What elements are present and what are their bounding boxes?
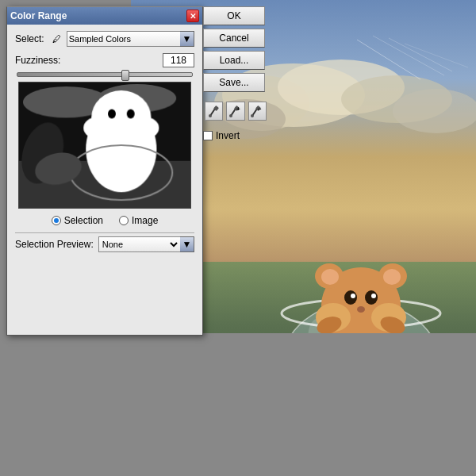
invert-label: Invert: [216, 130, 240, 141]
selection-radio-label[interactable]: Selection: [52, 215, 103, 226]
preview-dropdown-arrow-icon[interactable]: ▼: [180, 236, 194, 252]
fuzziness-slider-track[interactable]: [17, 72, 193, 77]
svg-point-19: [344, 290, 357, 305]
selection-preview-label: Selection Preview:: [15, 239, 94, 250]
selection-radio[interactable]: [52, 216, 61, 225]
svg-point-35: [229, 114, 232, 117]
ok-button[interactable]: OK: [203, 6, 265, 25]
svg-text:+: +: [236, 106, 240, 113]
image-label: Image: [132, 215, 158, 226]
svg-line-8: [389, 38, 452, 71]
select-row: Select: 🖊 Sampled Colors ▼: [15, 31, 194, 47]
eyedropper-sample-button[interactable]: [205, 102, 223, 121]
dropdown-arrow-icon[interactable]: ▼: [180, 31, 194, 47]
selection-label: Selection: [64, 215, 103, 226]
buttons-panel: OK Cancel Load... Save... + −: [203, 6, 267, 141]
close-icon: ✕: [190, 12, 196, 21]
preview-canvas: [18, 82, 191, 209]
eyedropper-add-icon: +: [229, 105, 242, 117]
color-range-dialog: Color Range ✕ Select: 🖊 Sampled Colors ▼…: [6, 6, 203, 336]
cancel-button[interactable]: Cancel: [203, 29, 265, 48]
save-button[interactable]: Save...: [203, 73, 265, 92]
svg-point-25: [321, 269, 339, 285]
select-label: Select:: [15, 33, 44, 44]
dialog-title: Color Range: [10, 10, 67, 21]
close-button[interactable]: ✕: [186, 10, 199, 22]
svg-point-21: [351, 294, 355, 298]
svg-point-32: [209, 114, 212, 117]
svg-point-39: [251, 114, 254, 117]
image-radio-label[interactable]: Image: [119, 215, 158, 226]
eyedropper-tools: + −: [203, 102, 267, 121]
selection-preview-select[interactable]: None Grayscale Black Matte White Matte Q…: [98, 236, 180, 252]
svg-text:−: −: [258, 106, 262, 113]
svg-point-22: [371, 294, 376, 298]
invert-row: Invert: [203, 130, 267, 141]
dialog-title-bar: Color Range ✕: [7, 7, 202, 25]
select-wrapper: Sampled Colors ▼: [67, 31, 194, 47]
view-mode-row: Selection Image: [15, 215, 194, 226]
divider: [15, 232, 194, 233]
svg-point-5: [393, 89, 476, 133]
eyedropper-subtract-icon: −: [251, 105, 263, 117]
slider-container: [15, 72, 194, 77]
fuzziness-label: Fuzziness:: [15, 55, 163, 66]
fuzziness-slider-thumb[interactable]: [121, 70, 129, 81]
canvas-bottom: [131, 333, 476, 476]
invert-checkbox[interactable]: [203, 131, 213, 140]
selection-preview-row: Selection Preview: None Grayscale Black …: [15, 236, 194, 252]
svg-line-9: [405, 44, 468, 67]
eyedropper-sample-icon: [209, 105, 220, 117]
fuzziness-row: Fuzziness:: [15, 53, 194, 67]
svg-point-20: [365, 290, 378, 305]
select-dropdown[interactable]: Sampled Colors: [67, 31, 180, 47]
dialog-body: Select: 🖊 Sampled Colors ▼ Fuzziness:: [7, 25, 202, 259]
eyedropper-add-button[interactable]: +: [226, 102, 244, 121]
image-radio[interactable]: [119, 216, 129, 225]
svg-point-23: [357, 306, 365, 313]
eyedropper-icon: 🖊: [51, 33, 63, 45]
load-button[interactable]: Load...: [203, 51, 265, 70]
svg-point-27: [383, 269, 401, 285]
preview-select-wrapper: None Grayscale Black Matte White Matte Q…: [98, 236, 194, 252]
fuzziness-input[interactable]: [163, 53, 194, 67]
eyedropper-subtract-button[interactable]: −: [248, 102, 267, 121]
